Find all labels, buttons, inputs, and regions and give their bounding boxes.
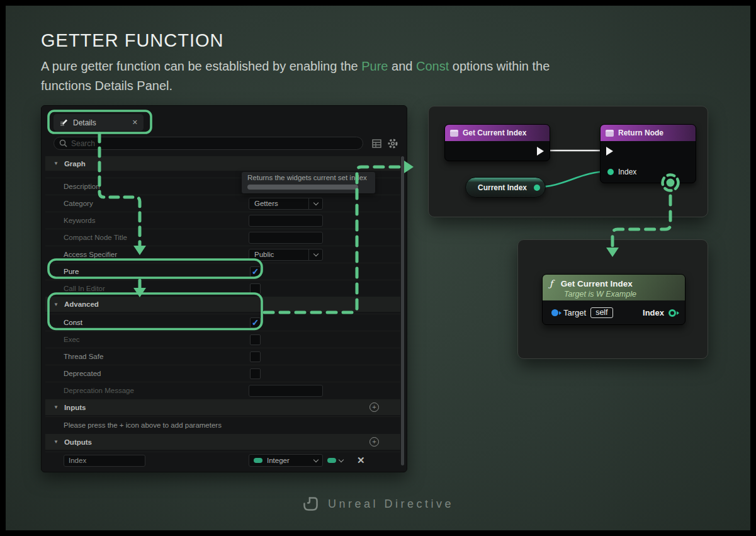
call-in-editor-label: Call In Editor [64,285,105,292]
chevron-down-icon [339,457,344,462]
chevron-down-icon[interactable]: ▼ [54,161,59,166]
chevron-down-icon [313,251,318,256]
output-type-dropdown[interactable]: Integer [249,454,323,467]
access-specifier-label: Access Specifier [64,251,117,258]
function-f-icon: ƒ [550,278,553,288]
target-self-value[interactable]: self [590,307,612,318]
output-name-input[interactable] [64,455,145,467]
inputs-section-header[interactable]: ▼ Inputs + [45,399,400,415]
check-icon: ✓ [252,318,259,327]
display-filter-icon[interactable] [370,137,383,150]
const-checkbox[interactable]: ✓ [250,317,261,328]
const-highlight-text: Const [416,59,449,73]
function-node-icon [450,130,458,137]
chevron-down-icon [313,200,318,205]
details-panel: Details ✕ ▼ Graph D [41,105,407,472]
category-label: Category [64,200,93,207]
node-title: Return Node [618,128,663,137]
graph-section-label: Graph [64,160,86,168]
pencil-icon [59,118,69,127]
category-dropdown[interactable]: Getters [249,198,323,210]
exec-out-pin[interactable] [537,147,544,156]
index-input-pin[interactable] [607,169,614,175]
node-subtitle: Target is W Example [564,290,685,299]
container-type-pill-icon [327,458,336,463]
pure-label: Pure [64,268,79,275]
search-bar[interactable] [54,137,363,150]
canvas: GETTER FUNCTION A pure getter function c… [6,6,750,530]
node-title: Get Current Index [463,128,526,137]
footer-brand: Unreal Directive [6,496,750,512]
row-deprecation-message: Deprecation Message [45,382,400,399]
description-value-bar [247,185,358,190]
variable-label: Current Index [478,183,527,192]
unreal-directive-logo-icon [302,496,319,512]
node-get-current-index[interactable]: Get Current Index [444,124,550,161]
deprecation-message-label: Deprecation Message [64,387,134,394]
compact-node-title-input[interactable] [249,232,323,244]
row-access-specifier: Access Specifier Public [45,246,400,263]
outputs-section-label: Outputs [64,438,92,446]
row-exec: Exec [45,331,400,348]
row-output-index: Integer ✕ [45,452,400,469]
access-specifier-value: Public [249,251,308,258]
index-output-label: Index [643,308,664,317]
pure-checkbox[interactable]: ✓ [250,266,261,277]
row-keywords: Keywords [45,212,400,229]
exec-in-pin[interactable] [606,147,613,156]
delete-output-icon[interactable]: ✕ [357,455,365,466]
details-tab-label: Details [73,118,96,127]
description-text-2: and [388,59,416,73]
node-title: Get Current Index [561,279,633,288]
output-type-value: Integer [262,457,309,464]
integer-type-pill-icon [254,458,262,463]
variable-node-current-index[interactable]: Current Index [465,177,546,198]
close-icon[interactable]: ✕ [132,118,138,127]
row-call-in-editor: Call In Editor [45,280,400,297]
row-inputs-note: Please press the + icon above to add par… [45,416,400,433]
image-frame: GETTER FUNCTION A pure getter function c… [0,0,756,536]
target-input-pin[interactable] [551,309,558,316]
inputs-section-label: Inputs [64,404,86,411]
keywords-label: Keywords [64,217,96,224]
advanced-section-label: Advanced [64,300,99,308]
check-icon: ✓ [252,267,259,276]
call-in-editor-checkbox[interactable] [250,283,261,294]
blueprint-graph-panel-bottom: ƒ Get Current Index Target is W Example … [517,239,708,359]
chevron-down-icon[interactable]: ▼ [54,439,59,445]
container-type-selector[interactable] [327,458,343,463]
node-return[interactable]: Return Node Index [600,124,696,183]
index-output-pin[interactable] [669,309,676,317]
brand-text: Unreal Directive [328,498,454,511]
advanced-section-header[interactable]: ▼ Advanced [45,297,400,312]
add-output-button[interactable]: + [370,437,379,447]
description-tooltip-text: Returns the widgets current set index [242,172,375,181]
page-title: GETTER FUNCTION [41,30,224,51]
deprecation-message-input[interactable] [249,385,323,397]
index-pin-label: Index [618,168,636,176]
add-input-button[interactable]: + [370,402,379,412]
row-compact-node-title: Compact Node Title [45,229,400,246]
blueprint-graph-panel-top: Get Current Index Return Node Index Curr… [428,106,708,217]
outputs-section-header[interactable]: ▼ Outputs + [45,434,400,450]
keywords-input[interactable] [249,215,323,227]
panel-scrollbar[interactable] [401,156,404,465]
settings-gear-icon[interactable] [386,137,399,150]
search-input[interactable] [71,139,358,148]
node-get-current-index-pure[interactable]: ƒ Get Current Index Target is W Example … [542,274,685,325]
chevron-down-icon [313,457,318,462]
index-wire [536,171,610,187]
exec-checkbox[interactable] [250,334,261,345]
deprecated-label: Deprecated [64,370,101,377]
chevron-down-icon[interactable]: ▼ [54,404,59,410]
details-tab[interactable]: Details ✕ [54,114,144,131]
description-label: Description [64,183,100,190]
graph-section-header[interactable]: ▼ Graph [45,156,400,171]
deprecated-checkbox[interactable] [250,368,261,379]
access-specifier-dropdown[interactable]: Public [249,249,323,261]
row-pure: Pure ✓ [45,263,400,280]
chevron-down-icon[interactable]: ▼ [54,302,59,307]
variable-out-pin[interactable] [534,185,540,191]
thread-safe-checkbox[interactable] [250,351,261,362]
row-deprecated: Deprecated [45,365,400,382]
